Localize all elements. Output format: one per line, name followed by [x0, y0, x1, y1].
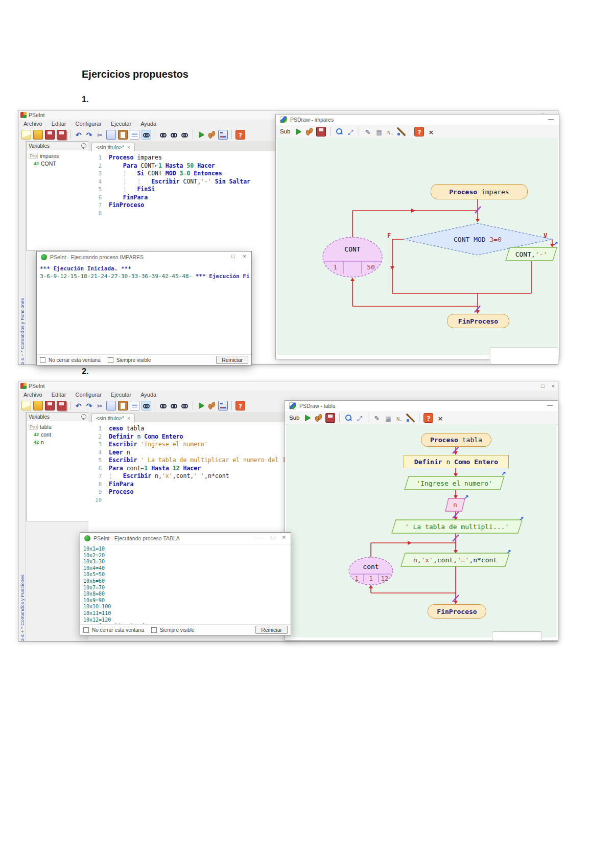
flow-output-node-1[interactable]: 'Ingrese el numero' [405, 476, 504, 490]
search-icon[interactable] [142, 130, 151, 140]
paste-icon[interactable] [118, 401, 128, 410]
minimize-icon[interactable]: — [547, 402, 553, 408]
cut-icon[interactable] [96, 130, 104, 139]
redo-icon[interactable] [85, 130, 93, 139]
label-icon[interactable] [386, 127, 394, 136]
restart-button[interactable]: Reiniciar [216, 356, 248, 364]
minimize-icon[interactable]: — [548, 116, 554, 122]
menu-archivo[interactable]: Archivo [23, 121, 42, 127]
closex-icon[interactable] [427, 127, 435, 136]
open-icon[interactable] [33, 401, 43, 410]
no-close-checkbox[interactable] [83, 627, 89, 633]
tab-close-icon[interactable]: × [127, 416, 130, 421]
close-icon[interactable]: × [552, 382, 555, 390]
always-visible-checkbox[interactable] [108, 357, 113, 363]
editor-tab[interactable]: <sin titulo>* × [91, 414, 135, 422]
close-icon[interactable]: × [243, 253, 246, 259]
new-icon[interactable] [21, 401, 31, 410]
flow-loop-variable[interactable]: CONT [338, 244, 367, 254]
side-panel-tab[interactable]: ≥ ≤ + * Comandos y Funciones [18, 141, 26, 364]
search-icon[interactable] [142, 401, 151, 410]
fit-icon[interactable] [355, 414, 364, 422]
edit-pen-icon[interactable]: ↗ [501, 470, 506, 477]
restart-button[interactable]: Reiniciar [255, 626, 288, 634]
flow-icon[interactable] [218, 401, 228, 410]
copy-icon[interactable] [106, 130, 116, 140]
help-icon[interactable] [235, 401, 245, 410]
edit-pen-icon[interactable]: ↗ [464, 494, 468, 500]
menu-configurar[interactable]: Configurar [75, 392, 101, 398]
pin-icon[interactable] [81, 414, 86, 419]
side-panel-tab[interactable]: ≥ ≤ + * Comandos y Funciones [18, 412, 26, 641]
menu-ejecutar[interactable]: Ejecutar [111, 392, 131, 398]
format-icon[interactable] [130, 401, 139, 410]
menu-ejecutar[interactable]: Ejecutar [111, 121, 131, 127]
save-icon[interactable] [45, 130, 55, 140]
maximize-icon[interactable]: □ [271, 534, 274, 540]
help-icon[interactable] [423, 413, 433, 423]
saveall-icon[interactable] [57, 401, 66, 410]
menu-ayuda[interactable]: Ayuda [140, 121, 156, 127]
flow-output-node-2[interactable]: ' La tabla de multipli...' [392, 520, 522, 533]
dims-icon[interactable] [384, 414, 392, 422]
fit-icon[interactable] [346, 127, 355, 136]
zoom-icon[interactable] [335, 127, 343, 136]
maximize-icon[interactable]: □ [231, 253, 235, 259]
flow-end-node[interactable]: FinProceso [428, 604, 486, 619]
paste-icon[interactable] [118, 130, 128, 140]
new-icon[interactable] [21, 130, 31, 140]
tab-close-icon[interactable]: × [127, 145, 130, 150]
step-icon[interactable] [305, 127, 314, 136]
run-icon[interactable] [303, 414, 312, 422]
menu-ayuda[interactable]: Ayuda [140, 392, 156, 398]
run-icon[interactable] [294, 127, 302, 136]
pencil-icon[interactable] [372, 414, 381, 422]
menu-archivo[interactable]: Archivo [23, 392, 42, 398]
help-icon[interactable] [235, 130, 245, 140]
paint-icon[interactable] [397, 127, 406, 136]
find-icon[interactable] [159, 401, 168, 410]
undo-icon[interactable] [74, 130, 83, 139]
saveall-icon[interactable] [57, 130, 66, 140]
always-visible-checkbox[interactable] [151, 627, 157, 633]
edit-pen-icon[interactable]: ↗ [519, 515, 524, 522]
undo-icon[interactable] [74, 401, 83, 410]
flow-define-node[interactable]: Definir n Como Entero [404, 455, 509, 468]
label-icon[interactable] [395, 414, 404, 422]
paint-icon[interactable] [406, 414, 415, 422]
menu-editar[interactable]: Editar [52, 121, 66, 127]
save-icon[interactable] [316, 127, 326, 136]
pencil-icon[interactable] [363, 127, 372, 136]
save-icon[interactable] [45, 401, 55, 410]
flow-start-node[interactable]: Proceso impares [431, 184, 528, 199]
close-icon[interactable]: × [282, 534, 286, 540]
save-icon[interactable] [325, 413, 335, 423]
no-close-checkbox[interactable] [40, 357, 45, 363]
findnext-icon[interactable] [170, 130, 178, 139]
menu-editar[interactable]: Editar [52, 392, 66, 398]
step-icon[interactable] [314, 414, 323, 422]
minimize-icon[interactable]: — [257, 534, 263, 540]
flow-icon[interactable] [218, 130, 228, 140]
flow-body-output-node[interactable]: n,'x',cont,'=',n*cont [401, 553, 509, 566]
format-icon[interactable] [130, 130, 139, 140]
flow-input-node[interactable]: n [445, 498, 465, 511]
sub-label[interactable]: Sub [280, 128, 290, 134]
replace-icon[interactable] [180, 130, 189, 139]
flow-output-node[interactable]: CONT,'-' [506, 247, 557, 261]
help-icon[interactable] [414, 127, 424, 136]
maximize-icon[interactable]: □ [541, 382, 545, 390]
find-icon[interactable] [159, 130, 168, 139]
sub-label[interactable]: Sub [289, 415, 299, 421]
findnext-icon[interactable] [170, 401, 178, 410]
dims-icon[interactable] [374, 127, 383, 136]
run-icon[interactable] [197, 130, 205, 139]
flow-loop-variable[interactable]: cont [357, 562, 385, 570]
flow-start-node[interactable]: Proceso tabla [421, 433, 491, 447]
step-icon[interactable] [207, 401, 216, 410]
cut-icon[interactable] [96, 401, 104, 410]
edit-pen-icon[interactable]: ↗ [506, 549, 511, 555]
editor-tab[interactable]: <sin titulo>* × [91, 143, 135, 151]
open-icon[interactable] [33, 130, 43, 140]
zoom-icon[interactable] [344, 414, 352, 422]
